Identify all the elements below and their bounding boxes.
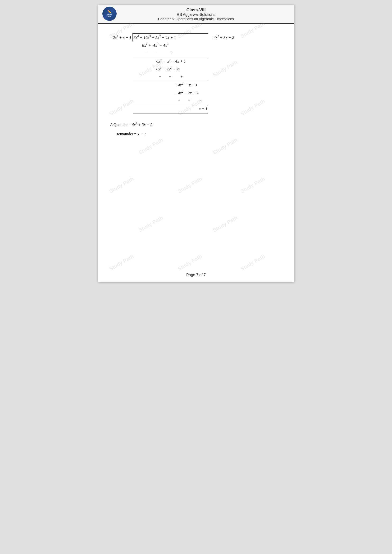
quotient-label: Quotient =	[113, 122, 132, 127]
class-label: Class-VIII	[98, 7, 294, 13]
division-header-row: 2x2 + x − 1 8x4 + 10x3 − 5x2 − 4x + 1 4x…	[112, 33, 235, 42]
signs-empty	[112, 49, 133, 57]
step1-sub-row: 8x4 + 4x3 − 4x2	[112, 42, 235, 49]
step2-sub-empty	[112, 65, 133, 73]
result-section: ∴ Quotient = 4x2 + 3x − 2 Remainder = x …	[110, 120, 282, 138]
step3-sub-empty	[112, 89, 133, 97]
signs-2-cell: − − +	[133, 73, 208, 81]
signs-1-text: − − +	[142, 51, 172, 55]
remainder-value: x − 1	[137, 132, 146, 136]
step2-sub-text: 6x3 + 3x2 − 3x	[156, 67, 180, 71]
watermark-16: Study Path	[176, 253, 203, 272]
chapter-label: Chapter 6: Operations on Algebraic Expre…	[98, 17, 294, 21]
signs-3-cell: + + −	[133, 97, 208, 105]
step2-empty	[112, 57, 133, 65]
dividend-text: 8x4 + 10x3 − 5x2 − 4x + 1	[134, 35, 176, 40]
step1-sub-cell: 8x4 + 4x3 − 4x2	[133, 42, 208, 49]
signs-2-text: − − +	[156, 75, 183, 79]
signs-row-2: − − +	[112, 73, 235, 81]
step3-sub-cell: −4x2 − 2x + 2	[133, 89, 208, 97]
watermark-15: Study Path	[108, 253, 135, 272]
remainder-text: x − 1	[199, 106, 208, 111]
step3-empty	[112, 81, 133, 89]
signs-3-empty	[112, 97, 133, 105]
therefore-symbol: ∴	[110, 122, 112, 127]
step2-sub-row: 6x3 + 3x2 − 3x	[112, 65, 235, 73]
page-footer: Page 7 of 7	[98, 273, 294, 277]
long-division: 2x2 + x − 1 8x4 + 10x3 − 5x2 − 4x + 1 4x…	[110, 33, 282, 113]
solution-label: RS Aggarwal Solutions	[98, 13, 294, 17]
step3-sub-row: −4x2 − 2x + 2	[112, 89, 235, 97]
page-number: Page 7 of 7	[186, 273, 206, 277]
main-content: 2x2 + x − 1 8x4 + 10x3 − 5x2 − 4x + 1 4x…	[98, 24, 294, 152]
divisor-cell: 2x2 + x − 1	[112, 33, 133, 42]
signs-row-1: − − +	[112, 49, 235, 57]
remainder-empty	[112, 105, 133, 113]
step3-result-cell: −4x2 − x + 1	[133, 81, 208, 89]
division-table: 2x2 + x − 1 8x4 + 10x3 − 5x2 − 4x + 1 4x…	[112, 33, 235, 113]
signs-1-cell: − − +	[133, 49, 208, 57]
page-header: ✏️ Study Path Class-VIII RS Aggarwal Sol…	[98, 5, 294, 24]
remainder-row: x − 1	[112, 105, 235, 113]
step3-result-row: −4x2 − x + 1	[112, 81, 235, 89]
step2-sub-cell: 6x3 + 3x2 − 3x	[133, 65, 208, 73]
step3-result-text: −4x2 − x + 1	[175, 83, 198, 87]
quotient-cell: 4x2 + 3x − 2	[213, 33, 235, 42]
remainder-label: Remainder =	[116, 132, 138, 136]
quotient-result: ∴ Quotient = 4x2 + 3x − 2	[110, 120, 282, 130]
divisor-text: 2x2 + x − 1	[113, 35, 132, 40]
signs-2-empty	[112, 73, 133, 81]
watermark-14: Study Path	[212, 215, 239, 234]
remainder-result: Remainder = x − 1	[116, 130, 282, 138]
remainder-cell: x − 1	[133, 105, 208, 113]
watermark-13: Study Path	[137, 215, 164, 234]
step2-result-text: 6x3 − x2 − 4x + 1	[156, 59, 186, 63]
step1-sub-text: 8x4 + 4x3 − 4x2	[142, 43, 168, 48]
watermark-11: Study Path	[176, 176, 203, 195]
step1-empty	[112, 42, 133, 49]
watermark-10: Study Path	[108, 176, 135, 195]
watermark-17: Study Path	[239, 253, 266, 272]
signs-3-text: + + −	[175, 98, 202, 102]
step2-result-row: 6x3 − x2 − 4x + 1	[112, 57, 235, 65]
page: ✏️ Study Path Class-VIII RS Aggarwal Sol…	[98, 5, 294, 282]
step2-result-cell: 6x3 − x2 − 4x + 1	[133, 57, 208, 65]
signs-row-3: + + −	[112, 97, 235, 105]
watermark-12: Study Path	[239, 176, 266, 195]
quotient-separator	[208, 33, 213, 42]
logo: ✏️ Study Path	[102, 7, 117, 21]
quotient-text: 4x2 + 3x − 2	[214, 35, 234, 40]
quotient-value: 4x2 + 3x − 2	[132, 122, 152, 127]
step3-sub-text: −4x2 − 2x + 2	[175, 91, 199, 95]
dividend-cell: 8x4 + 10x3 − 5x2 − 4x + 1	[133, 33, 208, 42]
